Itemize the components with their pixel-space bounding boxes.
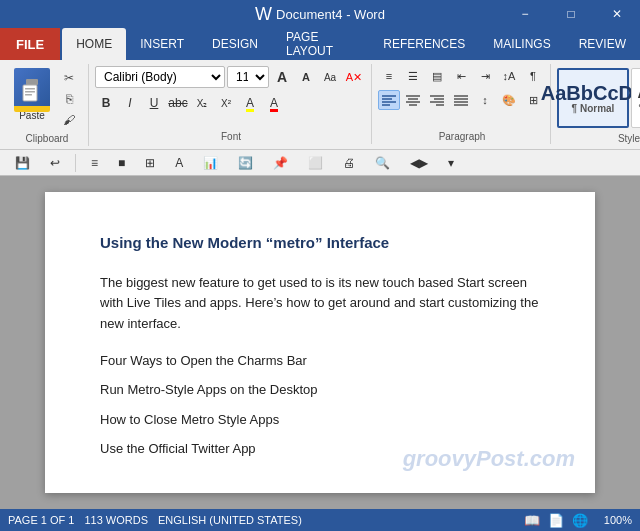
font-family-select[interactable]: Calibri (Body) bbox=[95, 66, 225, 88]
word-icon: W bbox=[255, 4, 272, 25]
ribbon-toolbar: 💾 ↩ ≡ ■ ⊞ A 📊 🔄 📌 ⬜ 🖨 🔍 ◀▶ ▾ bbox=[0, 150, 640, 176]
align-left-button[interactable] bbox=[378, 90, 400, 110]
paragraph-label: Paragraph bbox=[374, 131, 550, 142]
undo-toolbar-button[interactable]: ↩ bbox=[43, 152, 67, 174]
increase-indent-button[interactable]: ⇥ bbox=[474, 66, 496, 86]
grid-button[interactable]: ⊞ bbox=[138, 152, 162, 174]
para-row-2: ↕ 🎨 ⊞ bbox=[378, 90, 544, 110]
tab-file[interactable]: FILE bbox=[0, 28, 60, 60]
font-row-2: B I U abc X₂ X² A A bbox=[95, 92, 285, 114]
text-highlight-button[interactable]: A bbox=[239, 92, 261, 114]
numbering-button[interactable]: ☰ bbox=[402, 66, 424, 86]
clipboard-small-buttons: ✂ ⎘ 🖌 bbox=[56, 68, 82, 130]
para-row-1: ≡ ☰ ▤ ⇤ ⇥ ↕A ¶ bbox=[378, 66, 544, 86]
maximize-button[interactable]: □ bbox=[548, 0, 594, 28]
status-right: 📖 📄 🌐 100% bbox=[524, 513, 632, 528]
multilevel-button[interactable]: ▤ bbox=[426, 66, 448, 86]
tab-mailings[interactable]: MAILINGS bbox=[479, 28, 564, 60]
status-bar: PAGE 1 OF 1 113 WORDS ENGLISH (UNITED ST… bbox=[0, 509, 640, 531]
cut-button[interactable]: ✂ bbox=[56, 68, 82, 88]
print-layout-button[interactable]: 📄 bbox=[548, 513, 564, 528]
font-case-button[interactable]: Aa bbox=[319, 66, 341, 88]
styles-label: Styles bbox=[553, 133, 640, 144]
window-title: Document4 - Word bbox=[276, 7, 385, 22]
frame-button[interactable]: ⬜ bbox=[301, 152, 330, 174]
tab-review[interactable]: REVIEW bbox=[565, 28, 640, 60]
save-toolbar-button[interactable]: 💾 bbox=[8, 152, 37, 174]
chart-button[interactable]: 📊 bbox=[196, 152, 225, 174]
style-normal-box[interactable]: AaBbCcDd ¶ Normal bbox=[557, 68, 629, 128]
zoom-level: 100% bbox=[604, 514, 632, 526]
italic-button[interactable]: I bbox=[119, 92, 141, 114]
decrease-indent-button[interactable]: ⇤ bbox=[450, 66, 472, 86]
svg-rect-5 bbox=[25, 94, 32, 96]
search-toolbar-button[interactable]: 🔍 bbox=[368, 152, 397, 174]
paragraph-group: ≡ ☰ ▤ ⇤ ⇥ ↕A ¶ bbox=[374, 64, 551, 144]
svg-rect-3 bbox=[25, 88, 35, 90]
text-button[interactable]: A bbox=[168, 152, 190, 174]
layout-button[interactable]: ■ bbox=[111, 152, 132, 174]
tab-home[interactable]: HOME bbox=[62, 28, 126, 60]
clipboard-group: Paste ✂ ⎘ 🖌 Clipboard bbox=[6, 64, 89, 146]
title-bar: W Document4 - Word − □ ✕ bbox=[0, 0, 640, 28]
nav-button[interactable]: ◀▶ bbox=[403, 152, 435, 174]
align-center-button[interactable] bbox=[402, 90, 424, 110]
document-area: Using the New Modern “metro” Interface T… bbox=[0, 176, 640, 509]
more-toolbar-button[interactable]: ▾ bbox=[441, 152, 461, 174]
justify-button[interactable] bbox=[450, 90, 472, 110]
tab-insert[interactable]: INSERT bbox=[126, 28, 198, 60]
svg-rect-2 bbox=[23, 85, 37, 101]
style-normal-label: ¶ Normal bbox=[572, 103, 615, 114]
underline-button[interactable]: U bbox=[143, 92, 165, 114]
font-size-select[interactable]: 11 bbox=[227, 66, 269, 88]
list-item-3: How to Close Metro Style Apps bbox=[100, 410, 540, 430]
document-paragraph: The biggest new feature to get used to i… bbox=[100, 273, 540, 335]
window-controls: − □ ✕ bbox=[502, 0, 640, 28]
word-count: 113 WORDS bbox=[84, 514, 148, 526]
refresh-button[interactable]: 🔄 bbox=[231, 152, 260, 174]
clear-format-button[interactable]: A✕ bbox=[343, 66, 365, 88]
format-painter-button[interactable]: 🖌 bbox=[56, 110, 82, 130]
copy-button[interactable]: ⎘ bbox=[56, 89, 82, 109]
tab-references[interactable]: REFERENCES bbox=[369, 28, 479, 60]
sort-button[interactable]: ↕A bbox=[498, 66, 520, 86]
tab-page-layout[interactable]: PAGE LAYOUT bbox=[272, 28, 369, 60]
font-grow-button[interactable]: A bbox=[271, 66, 293, 88]
font-group: Calibri (Body) 11 A A Aa A✕ B I U abc X₂ bbox=[91, 64, 372, 144]
outline-button[interactable]: ≡ bbox=[84, 152, 105, 174]
font-color-button[interactable]: A bbox=[263, 92, 285, 114]
separator-1 bbox=[75, 154, 76, 172]
clipboard-label: Clipboard bbox=[6, 133, 88, 144]
superscript-button[interactable]: X² bbox=[215, 92, 237, 114]
list-item-2: Run Metro-Style Apps on the Desktop bbox=[100, 380, 540, 400]
read-mode-button[interactable]: 📖 bbox=[524, 513, 540, 528]
line-spacing-button[interactable]: ↕ bbox=[474, 90, 496, 110]
style-normal-preview: AaBbCcDd bbox=[541, 83, 640, 103]
bold-button[interactable]: B bbox=[95, 92, 117, 114]
strikethrough-button[interactable]: abc bbox=[167, 92, 189, 114]
list-item-1: Four Ways to Open the Charms Bar bbox=[100, 351, 540, 371]
web-view-button[interactable]: 🌐 bbox=[572, 513, 588, 528]
shading-button[interactable]: 🎨 bbox=[498, 90, 520, 110]
svg-rect-4 bbox=[25, 91, 35, 93]
tab-design[interactable]: DESIGN bbox=[198, 28, 272, 60]
document-heading: Using the New Modern “metro” Interface bbox=[100, 232, 540, 255]
styles-group: AaBbCcDd ¶ Normal AaBb ¶ No Sp... ▲ ▼ ⊡ … bbox=[553, 64, 640, 146]
close-button[interactable]: ✕ bbox=[594, 0, 640, 28]
style-nospacing-box[interactable]: AaBb ¶ No Sp... bbox=[631, 68, 640, 128]
subscript-button[interactable]: X₂ bbox=[191, 92, 213, 114]
document-page[interactable]: Using the New Modern “metro” Interface T… bbox=[45, 192, 595, 493]
paste-button[interactable]: Paste bbox=[10, 66, 54, 123]
align-right-button[interactable] bbox=[426, 90, 448, 110]
language: ENGLISH (UNITED STATES) bbox=[158, 514, 302, 526]
ribbon-tabs: FILE HOME INSERT DESIGN PAGE LAYOUT REFE… bbox=[0, 28, 640, 60]
page-count: PAGE 1 OF 1 bbox=[8, 514, 74, 526]
bullets-button[interactable]: ≡ bbox=[378, 66, 400, 86]
print-button[interactable]: 🖨 bbox=[336, 152, 362, 174]
font-shrink-button[interactable]: A bbox=[295, 66, 317, 88]
pin-button[interactable]: 📌 bbox=[266, 152, 295, 174]
font-label: Font bbox=[91, 131, 371, 142]
paste-icon bbox=[14, 68, 50, 110]
minimize-button[interactable]: − bbox=[502, 0, 548, 28]
font-row-1: Calibri (Body) 11 A A Aa A✕ bbox=[95, 66, 365, 88]
